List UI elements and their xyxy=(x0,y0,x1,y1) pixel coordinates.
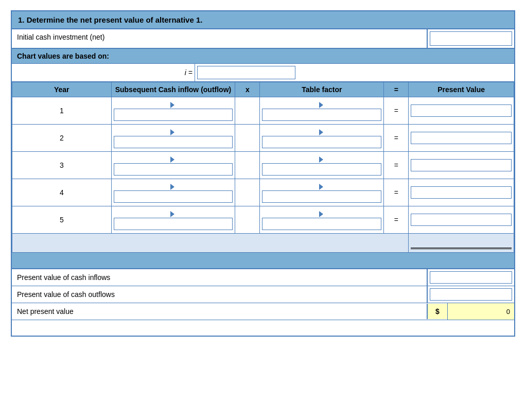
arrow-icon-1 xyxy=(170,102,174,108)
factor-2-input[interactable] xyxy=(262,136,381,148)
factor-4-input[interactable] xyxy=(262,190,381,203)
arrow-factor-icon-5 xyxy=(319,211,323,217)
eq-4-cell: = xyxy=(384,179,409,206)
pv-1-input[interactable] xyxy=(411,104,512,117)
subtotal-row xyxy=(12,234,514,253)
year-5-label: 5 xyxy=(60,216,64,224)
year-3-cell: 3 xyxy=(12,152,112,179)
cash-4-input[interactable] xyxy=(114,190,233,203)
eq-5-cell: = xyxy=(384,206,409,234)
x-1-cell xyxy=(235,97,260,125)
blue-spacer-row xyxy=(12,253,514,268)
initial-cash-input[interactable] xyxy=(430,31,512,46)
factor-2-cell xyxy=(260,125,384,152)
eq-3-cell: = xyxy=(384,152,409,179)
factor-5-input[interactable] xyxy=(262,218,381,230)
factor-4-cell xyxy=(260,179,384,206)
arrow-icon-5 xyxy=(170,211,174,217)
title-row: 1. Determine the net present value of al… xyxy=(12,11,514,29)
outflows-input-cell xyxy=(427,286,514,303)
factor-1-input[interactable] xyxy=(262,109,381,121)
npv-input-cell xyxy=(447,303,514,320)
year-1-cell: 1 xyxy=(12,97,112,125)
x-4-cell xyxy=(235,179,260,206)
table-row: 5 = xyxy=(12,206,514,234)
col-header-year: Year xyxy=(12,82,112,97)
npv-input[interactable] xyxy=(450,305,512,318)
factor-3-cell xyxy=(260,152,384,179)
table-row: 1 = xyxy=(12,97,514,125)
subtotal-cell xyxy=(409,234,514,253)
col-header-equals: = xyxy=(384,82,409,97)
i-row: i = xyxy=(12,64,514,82)
inflows-row: Present value of cash inflows xyxy=(12,269,514,286)
inflows-input[interactable] xyxy=(430,271,512,284)
page-title: 1. Determine the net present value of al… xyxy=(18,15,202,24)
col-header-cash: Subsequent Cash inflow (outflow) xyxy=(111,82,235,97)
factor-3-input[interactable] xyxy=(262,163,381,176)
inflows-input-cell xyxy=(427,269,514,286)
i-input[interactable] xyxy=(197,66,295,79)
year-5-cell: 5 xyxy=(12,206,112,234)
pv-2-input[interactable] xyxy=(411,132,512,144)
cash-4-cell xyxy=(111,179,235,206)
npv-label: Net present value xyxy=(12,304,427,319)
cash-2-cell xyxy=(111,125,235,152)
cash-1-cell xyxy=(111,97,235,125)
arrow-icon-3 xyxy=(170,156,174,163)
table-header-row: Year Subsequent Cash inflow (outflow) x … xyxy=(12,82,514,97)
pv-5-cell xyxy=(409,206,514,234)
arrow-icon-2 xyxy=(170,129,174,135)
initial-cash-row: Initial cash investment (net) xyxy=(12,29,514,49)
arrow-icon-4 xyxy=(170,184,174,190)
pv-3-cell xyxy=(409,152,514,179)
year-4-label: 4 xyxy=(60,188,64,197)
i-label: i = xyxy=(12,65,195,80)
blue-spacer-cell xyxy=(12,253,514,268)
initial-cash-label: Initial cash investment (net) xyxy=(12,29,427,48)
arrow-factor-icon-1 xyxy=(319,102,323,108)
arrow-factor-icon-2 xyxy=(319,129,323,135)
pv-5-input[interactable] xyxy=(411,214,512,226)
bottom-section: Present value of cash inflows Present va… xyxy=(12,268,514,336)
chart-values-row: Chart values are based on: xyxy=(12,49,514,64)
col-header-factor: Table factor xyxy=(260,82,384,97)
table-row: 2 = xyxy=(12,125,514,152)
main-container: 1. Determine the net present value of al… xyxy=(11,10,515,337)
subtotal-spacer xyxy=(12,234,409,253)
table-row: 3 = xyxy=(12,152,514,179)
arrow-factor-icon-3 xyxy=(319,156,323,163)
factor-1-cell xyxy=(260,97,384,125)
col-header-x: x xyxy=(235,82,260,97)
year-2-cell: 2 xyxy=(12,125,112,152)
x-2-cell xyxy=(235,125,260,152)
cash-5-input[interactable] xyxy=(114,218,233,230)
subtotal-input[interactable] xyxy=(411,237,512,249)
factor-5-cell xyxy=(260,206,384,234)
cash-3-cell xyxy=(111,152,235,179)
year-2-label: 2 xyxy=(60,134,64,142)
table-row: 4 = xyxy=(12,179,514,206)
pv-2-cell xyxy=(409,125,514,152)
outflows-row: Present value of cash outflows xyxy=(12,286,514,303)
arrow-factor-icon-4 xyxy=(319,184,323,190)
year-1-label: 1 xyxy=(60,107,64,115)
i-input-cell xyxy=(195,64,297,81)
cash-3-input[interactable] xyxy=(114,163,233,176)
pv-1-cell xyxy=(409,97,514,125)
final-spacer xyxy=(12,320,514,336)
eq-2-cell: = xyxy=(384,125,409,152)
year-3-label: 3 xyxy=(60,161,64,169)
year-4-cell: 4 xyxy=(12,179,112,206)
col-header-pv: Present Value xyxy=(409,82,514,97)
cash-5-cell xyxy=(111,206,235,234)
outflows-input[interactable] xyxy=(430,288,512,301)
chart-values-label: Chart values are based on: xyxy=(17,52,109,60)
npv-row: Net present value $ xyxy=(12,303,514,320)
x-5-cell xyxy=(235,206,260,234)
pv-3-input[interactable] xyxy=(411,159,512,171)
cash-2-input[interactable] xyxy=(114,136,233,148)
cash-1-input[interactable] xyxy=(114,109,233,121)
outflows-label: Present value of cash outflows xyxy=(12,287,427,302)
pv-4-input[interactable] xyxy=(411,186,512,199)
